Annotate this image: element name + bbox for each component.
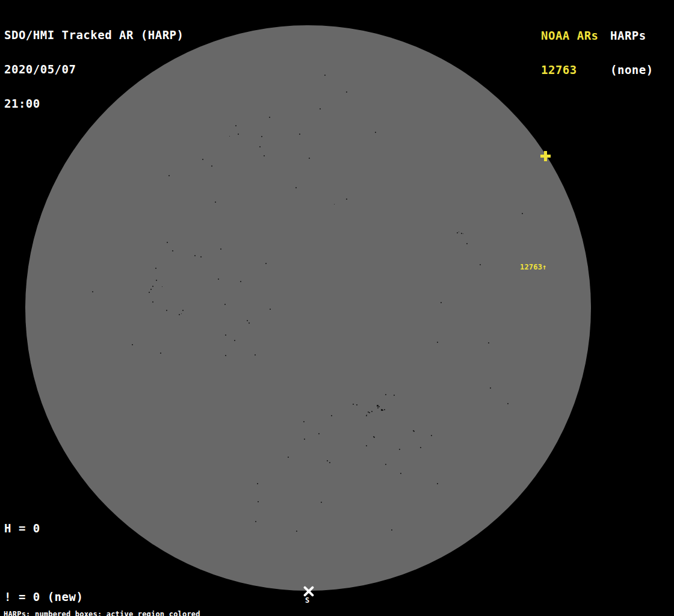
sunspot-dot [334, 204, 335, 205]
sunspot-dot [327, 460, 328, 461]
sunspot-dot [366, 415, 367, 416]
sunspot-dot [181, 313, 182, 314]
sunspot-dot [321, 502, 322, 503]
sunspot-dot [437, 483, 438, 484]
noaa-ar-number-label: 12763↑ [520, 263, 547, 271]
frame-time: 21:00 [4, 98, 184, 109]
frame-date: 2020/05/07 [4, 64, 184, 75]
noaa-ars-number: 12763 [541, 64, 599, 76]
sunspot-dot [382, 410, 383, 411]
sunspot-dot [179, 314, 180, 315]
sunspot-dot [377, 407, 379, 408]
sunspot-dot [235, 125, 237, 126]
sunspot-dot [224, 304, 226, 305]
sunspot-dot [225, 334, 226, 336]
sunspot-dot [303, 421, 305, 422]
sunspot-dot [324, 75, 326, 76]
sunspot-dot [375, 132, 376, 133]
sunspot-dot [149, 292, 150, 293]
sunspot-dot [400, 473, 401, 474]
sunspot-dot [304, 439, 305, 440]
harp-count: H = 0 [4, 523, 141, 534]
sunspot-dot [299, 134, 300, 135]
sunspot-dot [288, 457, 289, 458]
sunspot-dot [296, 531, 297, 532]
sunspot-dot [522, 213, 523, 214]
south-pole-label: S [305, 597, 309, 604]
noaa-ars-header: NOAA ARs [541, 30, 599, 42]
sunspot-dot [259, 146, 261, 147]
sunspot-dot [399, 449, 400, 450]
sunspot-dot [373, 436, 374, 437]
sunspot-dot [384, 409, 385, 410]
sunspot-dot [167, 242, 168, 243]
sunspot-dot [258, 501, 259, 502]
harps-column: HARPs (none) [610, 7, 654, 99]
sunspot-dot [168, 175, 170, 176]
sunspot-dot [215, 202, 216, 203]
sunspot-dot [255, 521, 256, 522]
sunspot-dot [155, 268, 156, 269]
sunspot-dot [371, 411, 373, 412]
sunspot-dot [366, 445, 367, 446]
sunspot-dot [132, 344, 133, 345]
sunspot-dot [318, 433, 320, 434]
sunspot-dot [457, 232, 458, 233]
sunspot-dot [218, 279, 219, 280]
sunspot-dot [385, 464, 386, 465]
sunspot-dot [264, 155, 265, 156]
sunspot-dot [269, 117, 270, 118]
sunspot-dot [261, 136, 262, 137]
sunspot-dot [480, 264, 481, 265]
page-title: SDO/HMI Tracked AR (HARP) [4, 29, 184, 41]
sunspot-dot [461, 233, 462, 234]
sunspot-dot [172, 250, 173, 251]
sunspot-dot [166, 310, 167, 311]
sunspot-dot [182, 310, 184, 311]
sunspot-dot [152, 286, 153, 287]
sunspot-dot [420, 447, 421, 448]
sunspot-dot [92, 291, 93, 292]
sunspot-dot [162, 286, 162, 287]
sunspot-dot [385, 394, 386, 395]
sunspot-dot [366, 414, 367, 415]
sunspot-dot [488, 342, 489, 343]
sunspot-dot [211, 165, 212, 167]
sunspot-dot [353, 404, 354, 405]
sunspot-dot [229, 136, 230, 137]
sunspot-dot [200, 256, 202, 257]
sunspot-dot [346, 91, 347, 93]
south-pole-x-icon [303, 585, 315, 597]
sunspot-dot [346, 199, 347, 200]
harps-header: HARPs [610, 30, 654, 42]
sunspot-dot [160, 353, 161, 354]
sunspot-dot [220, 248, 221, 250]
sunspot-dot [379, 406, 380, 407]
footer-notes: HARPs: numbered boxes; active region col… [4, 596, 263, 616]
sunspot-dot [240, 281, 241, 282]
sunspot-dot [466, 243, 468, 244]
sunspot-dot [295, 187, 297, 188]
sunspot-dot [331, 415, 332, 416]
sunspot-dot [320, 108, 321, 109]
sunspot-dot [194, 255, 196, 256]
sunspot-dot [249, 322, 250, 324]
sunspot-dot [257, 483, 258, 484]
sunspot-dot [490, 387, 491, 389]
sunspot-dot [238, 134, 239, 135]
sunspot-dot [234, 340, 235, 341]
noaa-ar-cross-icon [540, 151, 551, 161]
sunspot-dot [507, 403, 509, 404]
sunspot-dot [369, 412, 370, 413]
sunspot-dot [255, 354, 256, 356]
sunspot-dot [309, 158, 310, 159]
sunspot-dot [329, 462, 330, 463]
sunspot-dot [202, 159, 203, 160]
harps-value: (none) [610, 64, 654, 76]
sunspot-dot [391, 529, 392, 531]
sunspot-dot [152, 301, 153, 303]
sunspot-dot [463, 233, 463, 234]
sunspot-dot [156, 280, 157, 281]
sunspot-dot [150, 289, 152, 290]
harp-tracker-frame: SDO/HMI Tracked AR (HARP) 2020/05/07 21:… [0, 0, 674, 616]
